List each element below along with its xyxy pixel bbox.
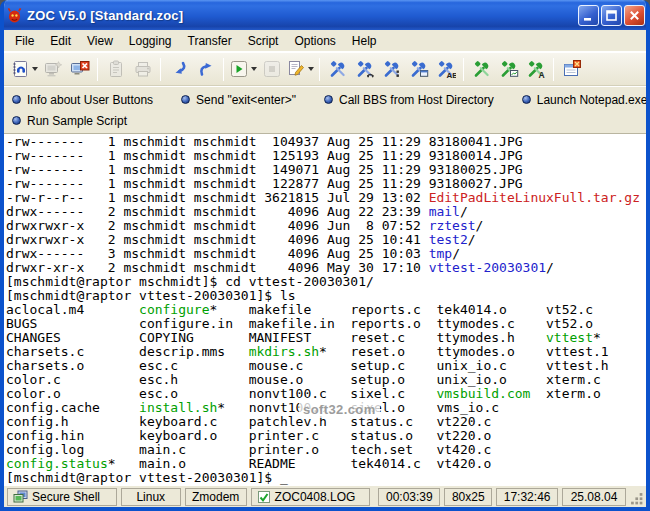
menu-item-transfer[interactable]: Transfer	[180, 31, 240, 51]
toolbar-separator	[463, 58, 464, 81]
terminal-line: drwx------ 3 mschmidt mschmidt 4096 Aug …	[6, 247, 646, 261]
terminal-line: [mschmidt@raptor vttest-20030301]$ _	[6, 471, 646, 485]
terminal-line: CHANGES COPYING MANIFEST reset.c ttymode…	[6, 331, 646, 345]
status-00-03-39: 00:03:39	[378, 488, 440, 506]
log-checkbox-icon[interactable]	[257, 490, 271, 504]
toolbar-separator	[223, 58, 224, 81]
toolbar-separator	[319, 58, 320, 81]
dropdown-arrow-icon[interactable]	[308, 67, 314, 71]
terminal-line: config.status* main.o README tek4014.c v…	[6, 457, 646, 471]
user-button-run-sample-script[interactable]: Run Sample Script	[12, 114, 127, 128]
svg-text:A: A	[538, 70, 544, 80]
zoc-window: ZOC V5.0 [Standard.zoc] FileEditViewLogg…	[0, 0, 650, 511]
terminal-line: drwxrwxr-x 2 mschmidt mschmidt 4096 Jun …	[6, 219, 646, 233]
toolbar: ABA	[4, 52, 646, 86]
list-options-button[interactable]	[378, 56, 405, 83]
clipboard-icon	[106, 59, 126, 79]
toolbar-separator	[160, 58, 161, 81]
status-label: 80x25	[452, 490, 485, 504]
window-title: ZOC V5.0 [Standard.zoc]	[27, 8, 183, 23]
arrow-send-icon	[196, 59, 216, 79]
terminal-line: drwx------ 2 mschmidt mschmidt 4096 Aug …	[6, 205, 646, 219]
session-font-button[interactable]: A	[522, 56, 549, 83]
device-options-button[interactable]	[351, 56, 378, 83]
status-80x25: 80x25	[444, 488, 492, 506]
bullet-icon	[12, 116, 21, 125]
user-button-info-about-user-buttons[interactable]: Info about User Buttons	[12, 93, 153, 107]
user-button-send-exit-enter[interactable]: Send "exit<enter>"	[181, 93, 296, 107]
terminal-line: -rw------- 1 mschmidt mschmidt 125193 Au…	[6, 149, 646, 163]
close-button[interactable]	[624, 5, 645, 26]
user-button-label: Run Sample Script	[27, 114, 127, 128]
menu-item-logging[interactable]: Logging	[121, 31, 180, 51]
tools-icon	[328, 59, 348, 79]
menu-item-edit[interactable]: Edit	[42, 31, 79, 51]
terminal-line: -rw-r--r-- 1 mschmidt mschmidt 3621815 J…	[6, 191, 646, 205]
run-script-button[interactable]	[228, 56, 258, 83]
dropdown-arrow-icon[interactable]	[32, 67, 38, 71]
menu-bar: FileEditViewLoggingTransferScriptOptions…	[4, 30, 646, 52]
exit-icon	[562, 59, 582, 79]
menu-item-file[interactable]: File	[7, 31, 42, 51]
paste-button	[102, 56, 129, 83]
bullet-icon	[181, 95, 190, 104]
green-tools-screen-icon	[499, 59, 519, 79]
connect-icon	[43, 59, 63, 79]
send-file-button[interactable]	[192, 56, 219, 83]
emulation-options-button[interactable]	[495, 56, 522, 83]
user-button-row: Run Sample Script	[12, 112, 638, 129]
tools-list-icon	[382, 59, 402, 79]
menu-item-script[interactable]: Script	[240, 31, 287, 51]
terminal-line: charsets.c descrip.mms mkdirs.sh* reset.…	[6, 345, 646, 359]
bullet-icon	[522, 95, 531, 104]
session-options-button[interactable]	[468, 56, 495, 83]
status-zmodem: Zmodem	[185, 488, 247, 506]
green-tools-font-icon: A	[526, 59, 546, 79]
stop-icon	[262, 59, 282, 79]
edit-script-button[interactable]	[285, 56, 315, 83]
status-25-08-04: 25.08.04	[562, 488, 626, 506]
user-button-label: Send "exit<enter>"	[196, 93, 296, 107]
menu-item-view[interactable]: View	[79, 31, 121, 51]
user-button-label: Call BBS from Host Directory	[339, 93, 494, 107]
watermark: soft32.com	[299, 401, 380, 418]
terminal-line: drwxrwxr-x 2 mschmidt mschmidt 4096 Aug …	[6, 233, 646, 247]
font-options-button[interactable]: AB	[432, 56, 459, 83]
program-options-button[interactable]	[324, 56, 351, 83]
dropdown-arrow-icon[interactable]	[251, 67, 257, 71]
tools-font-icon: AB	[436, 59, 456, 79]
receive-file-button[interactable]	[165, 56, 192, 83]
status-bar: Secure ShellLinuxZmodemZOC0408.LOG00:03:…	[4, 485, 646, 507]
terminal-line: color.o esc.o nonvt100.c sixel.c vmsbuil…	[6, 387, 646, 401]
disconnect-button[interactable]	[66, 56, 93, 83]
terminal-line: [mschmidt@raptor mschmidt]$ cd vttest-20…	[6, 275, 646, 289]
resize-grip[interactable]	[630, 492, 644, 506]
terminal-line: aclocal.m4 configure* makefile reports.c…	[6, 303, 646, 317]
menu-item-options[interactable]: Options	[286, 31, 343, 51]
status-linux: Linux	[121, 488, 181, 506]
window-options-button[interactable]	[405, 56, 432, 83]
close-session-button[interactable]	[558, 56, 585, 83]
terminal-line: charsets.o esc.c mouse.c setup.c unix_io…	[6, 359, 646, 373]
app-icon[interactable]	[6, 7, 23, 24]
minimize-button[interactable]	[578, 5, 599, 26]
title-bar[interactable]: ZOC V5.0 [Standard.zoc]	[0, 0, 650, 30]
user-button-launch-notepad-exe[interactable]: Launch Notepad.exe	[522, 93, 648, 107]
status-label: Secure Shell	[32, 490, 100, 504]
status-label: Linux	[136, 490, 165, 504]
status-label: 17:32:46	[504, 490, 551, 504]
user-button-bar: Info about User ButtonsSend "exit<enter>…	[4, 86, 646, 134]
terminal-status-icon	[13, 490, 28, 504]
maximize-button[interactable]	[601, 5, 622, 26]
user-button-call-bbs-from-host-directory[interactable]: Call BBS from Host Directory	[324, 93, 494, 107]
terminal-line: BUGS configure.in makefile.in reports.o …	[6, 317, 646, 331]
status-zoc0408-log[interactable]: ZOC0408.LOG	[251, 488, 371, 506]
dial-directory-button[interactable]	[9, 56, 39, 83]
terminal-output: -rw------- 1 mschmidt mschmidt 104937 Au…	[6, 135, 646, 485]
terminal-screen[interactable]: -rw------- 1 mschmidt mschmidt 104937 Au…	[4, 134, 646, 485]
status-label: Zmodem	[192, 490, 239, 504]
menu-item-help[interactable]: Help	[344, 31, 385, 51]
svg-text:AB: AB	[446, 71, 456, 80]
bullet-icon	[12, 95, 21, 104]
terminal-line: -rw------- 1 mschmidt mschmidt 122877 Au…	[6, 177, 646, 191]
